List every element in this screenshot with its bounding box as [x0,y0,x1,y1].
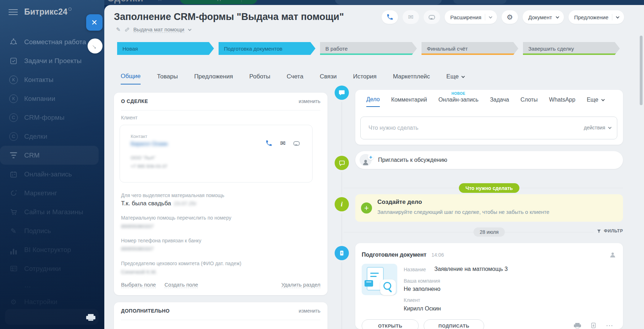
settings-button[interactable]: ⚙ [502,10,518,24]
print-icon[interactable] [574,323,581,328]
header-actions: ✉ Расширения ⚙ Документ Предложение [382,10,624,24]
chat-button[interactable] [424,10,440,24]
pipeline-selector[interactable]: Выдача мат помощи [133,26,184,33]
entry-time: 14:06 [431,252,444,258]
timeline-tab-task[interactable]: Задача [490,96,509,107]
stage-in-progress[interactable]: В работе [320,42,417,55]
stage-final-invoice[interactable]: Финальный счёт [422,42,518,55]
todo-input[interactable] [361,117,617,139]
extensions-button[interactable]: Расширения [445,10,497,24]
tab-quotes[interactable]: Предложения [194,73,233,84]
timeline-tab-comment[interactable]: Комментарий [391,96,427,107]
chat-bubble-icon[interactable] [293,141,300,146]
contact-card: Контакт Кирилл Оскин ✉ ООО "ЛыА" +7 995 … [120,125,313,183]
edit-section-link[interactable]: изменить [299,98,320,104]
call-button[interactable] [382,10,398,24]
entry-field-value[interactable]: Заявление на матпомощь 3 [434,266,508,272]
entry-footer-icons: ⋯ [574,322,613,329]
field-value[interactable]: 89955080337 [121,246,154,252]
sidebar-item-crm[interactable]: CRM [0,146,99,165]
tab-marketplace[interactable]: Маркетплейс [393,73,430,84]
contacts-badge-icon: К [9,75,18,84]
sign-document-button[interactable]: ПОДПИСАТЬ [424,319,484,329]
stage-docs[interactable]: Подготовка документов [219,42,315,55]
offer-button[interactable]: Предложение [569,10,624,24]
delete-section-link[interactable]: Удалить раздел [281,282,320,288]
edit-pencil-icon[interactable]: ✎ [116,26,121,33]
create-field-link[interactable]: Создать поле [164,282,198,288]
download-doc-icon[interactable] [590,322,597,329]
entry-field-value[interactable]: Кирилл Оскин [404,305,441,312]
backdrop-topbar: Сделки ☆ Создать [104,0,644,5]
contact-name-link[interactable]: Кирилл Оскин [131,141,168,147]
sidebar-item-more[interactable]: … [0,278,104,292]
cart-icon [9,207,18,217]
sidebar-item-sign[interactable]: ✎ Подпись [0,221,104,240]
bitrix-logo: Битрикс24 [24,7,72,17]
document-preview[interactable] [362,264,397,295]
sidebar-item-label: Настройки [24,298,57,306]
sidebar-item-marketing[interactable]: Маркетинг [0,184,104,202]
section-title: О СДЕЛКЕ [121,98,148,104]
sidebar-item-bi[interactable]: BI Конструктор [0,240,104,259]
funnel-icon [597,229,601,233]
sidebar-item-employees[interactable]: Сотрудники [0,259,104,278]
more-actions-icon[interactable]: ⋯ [606,324,613,327]
tab-links[interactable]: Связи [320,73,337,84]
timeline-tab-todo[interactable]: Дело [366,96,380,107]
tab-robots[interactable]: Роботы [249,73,270,84]
todo-pill-button[interactable]: Что нужно сделать [459,183,519,193]
collapse-slider-button[interactable]: → [88,38,103,53]
phone-icon[interactable] [265,140,272,147]
entry-field-value[interactable]: Не заполнено [404,286,440,292]
sidebar-item-crm-forms[interactable]: C CRM-формы [0,108,104,127]
sidebar-item-companies[interactable]: К Компании [0,89,104,108]
timeline-actions-card: Дело Комментарий НОВОЕОнлайн-запись Зада… [355,90,623,145]
document-button[interactable]: Документ [523,10,564,24]
filter-button[interactable]: ФИЛЬТР [594,228,623,233]
stage-close-deal[interactable]: Завершить сделку [523,42,620,55]
field-value[interactable]: Т.к. была свадьба23.07.25г [121,200,197,207]
tab-more[interactable]: Еще [446,73,464,84]
sidebar-item-sites[interactable]: Сайты и Магазины [0,202,104,221]
mail-button[interactable]: ✉ [403,10,419,24]
open-document-button[interactable]: ОТКРЫТЬ [362,319,419,329]
scrollbar-thumb[interactable] [640,36,643,105]
sidebar-item-label: Контакты [24,76,53,84]
entry-field-label: Клиент [404,297,420,303]
pen-icon: ✎ [9,226,18,236]
sidebar-item-label: Совместная работа [24,38,86,46]
timeline-comment-icon [335,156,349,170]
envelope-icon[interactable]: ✉ [280,139,286,147]
tab-products[interactable]: Товары [157,73,178,84]
select-field-link[interactable]: Выбрать поле [121,282,156,288]
close-icon[interactable]: × [86,14,103,31]
person-icon[interactable] [609,251,617,260]
field-value[interactable]: Синичкой К.М. [121,269,157,275]
link-icon[interactable] [124,27,130,32]
timeline-tab-more[interactable]: Еще [587,96,604,107]
sidebar-item-label: CRM-формы [24,114,64,122]
stage-new[interactable]: Новая [117,42,214,55]
timeline-tab-booking[interactable]: НОВОЕОнлайн-запись [438,96,478,107]
tab-invoices[interactable]: Счета [287,73,303,84]
add-todo-button[interactable]: + [361,202,372,214]
field-value[interactable]: 89955080337 [121,223,154,229]
tab-history[interactable]: История [353,73,377,84]
tab-general[interactable]: Общие [121,73,141,84]
printer-icon[interactable] [86,313,95,321]
chevron-down-icon [616,15,619,19]
sidebar-item-online-booking[interactable]: Онлайн-запись [0,165,104,184]
sidebar-item-deals[interactable]: С Сделки [0,127,104,146]
edit-section-link[interactable]: изменить [299,308,320,314]
todo-input-wrap: действия [360,117,617,139]
menu-burger-icon[interactable] [9,9,18,15]
actions-dropdown[interactable]: действия [584,125,611,130]
sidebar-item-label: Компании [24,95,55,103]
invite-discussion-button[interactable]: + Пригласить к обсуждению [355,151,623,169]
sidebar-item-tasks[interactable]: Задачи и Проекты [0,51,104,70]
timeline-tab-whatsapp[interactable]: WhatsApp [549,96,575,107]
sidebar-item-settings[interactable]: ⚙ Настройки [0,292,104,311]
sidebar-item-contacts[interactable]: К Контакты [0,70,104,89]
timeline-tab-slots[interactable]: Слоты [520,96,538,107]
